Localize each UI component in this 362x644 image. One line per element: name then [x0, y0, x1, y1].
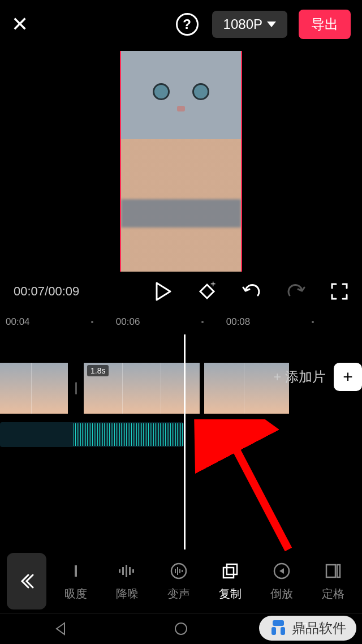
nav-back[interactable] [53, 621, 68, 636]
keyframe-button[interactable]: + [197, 281, 217, 302]
time-tick: 00:04 [6, 316, 91, 328]
time-tick: 00:08 [204, 316, 312, 328]
toolbar: 昅度 降噪 变声 复制 倒放 定格 [0, 549, 362, 613]
help-button[interactable]: ? [176, 13, 199, 36]
time-ruler[interactable]: 00:04 00:06 00:08 [0, 313, 362, 331]
svg-rect-11 [179, 569, 180, 573]
watermark: 鼎品软件 [259, 616, 356, 641]
svg-rect-12 [182, 570, 183, 572]
close-button[interactable]: ✕ [11, 12, 28, 36]
fullscreen-button[interactable] [330, 282, 348, 300]
tool-voice[interactable]: 变声 [167, 561, 190, 602]
svg-rect-4 [122, 567, 124, 575]
watermark-text: 鼎品软件 [292, 619, 346, 637]
timeline[interactable]: 1.8s + 添加片 + [0, 334, 362, 578]
tool-speed[interactable]: 昅度 [64, 561, 87, 602]
video-clip[interactable] [0, 363, 68, 414]
svg-rect-17 [337, 565, 340, 577]
redo-button[interactable] [286, 283, 305, 300]
svg-point-8 [171, 564, 186, 578]
waveform [74, 423, 184, 446]
tool-denoise[interactable]: 降噪 [116, 561, 139, 602]
svg-rect-16 [326, 565, 335, 577]
svg-rect-13 [223, 568, 234, 578]
svg-rect-10 [177, 567, 178, 575]
playhead[interactable] [184, 334, 186, 549]
add-clip-label: + 添加片 [273, 368, 326, 386]
svg-rect-3 [119, 569, 120, 573]
svg-rect-9 [175, 569, 176, 573]
time-tick: 00:06 [93, 316, 201, 328]
clip-duration: 1.8s [87, 365, 109, 376]
video-clip[interactable]: 1.8s [84, 363, 200, 414]
svg-point-18 [175, 623, 187, 634]
resolution-label: 1080P [223, 16, 262, 32]
svg-rect-2 [75, 565, 77, 577]
annotation-arrow [192, 419, 300, 561]
audio-track[interactable] [0, 422, 184, 447]
time-display: 00:07/00:09 [14, 284, 79, 299]
export-button[interactable]: 导出 [299, 10, 351, 39]
nav-home[interactable] [174, 621, 188, 636]
svg-rect-6 [129, 567, 131, 575]
watermark-logo [269, 619, 287, 637]
tool-copy[interactable]: 复制 [219, 561, 242, 602]
svg-rect-21 [272, 627, 276, 635]
tool-freeze[interactable]: 定格 [322, 561, 344, 602]
svg-rect-7 [132, 569, 134, 573]
svg-line-1 [226, 431, 288, 549]
svg-rect-20 [273, 620, 284, 626]
svg-rect-14 [227, 564, 237, 574]
add-clip-button[interactable]: + [334, 363, 362, 391]
back-button[interactable] [7, 553, 46, 609]
tool-reverse[interactable]: 倒放 [270, 561, 293, 602]
undo-button[interactable] [242, 283, 261, 300]
svg-rect-5 [126, 565, 127, 577]
svg-rect-22 [281, 627, 285, 635]
clip-divider[interactable] [72, 363, 79, 414]
resolution-dropdown[interactable]: 1080P [212, 11, 287, 38]
chevron-down-icon [267, 22, 276, 27]
video-preview[interactable] [0, 48, 362, 274]
svg-text:+: + [210, 281, 216, 289]
play-button[interactable] [155, 282, 172, 301]
